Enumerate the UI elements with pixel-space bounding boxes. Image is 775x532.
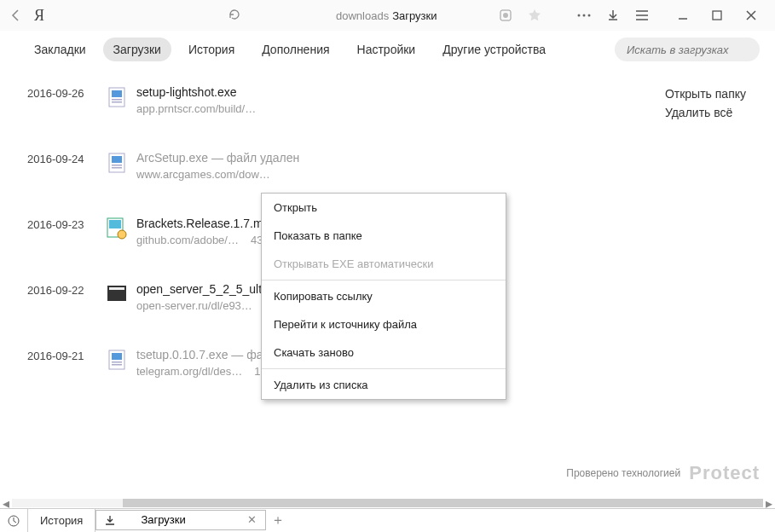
download-filename: ArcSetup.exe — файл удален	[136, 151, 299, 165]
download-row[interactable]: 2016-09-26 setup-lightshot.exe app.prnts…	[27, 85, 749, 115]
context-menu-separator	[262, 368, 506, 369]
context-menu-separator	[262, 280, 506, 280]
search-input[interactable]	[627, 43, 748, 56]
context-menu-item[interactable]: Показать в папке	[262, 222, 506, 250]
new-tab-button[interactable]: ＋	[266, 512, 290, 529]
download-source: www.arcgames.com/dow…	[136, 168, 299, 181]
scroll-left-icon[interactable]: ◂	[0, 498, 12, 508]
scroll-track[interactable]	[12, 499, 763, 507]
nav-bookmarks[interactable]: Закладки	[24, 38, 96, 61]
context-menu-item: Открывать EXE автоматически	[262, 250, 506, 278]
svg-rect-15	[109, 220, 121, 228]
download-date: 2016-09-26	[27, 85, 106, 100]
svg-rect-7	[112, 90, 122, 97]
history-clock-icon[interactable]	[0, 515, 27, 527]
context-menu-item[interactable]: Скачать заново	[262, 338, 506, 367]
svg-rect-9	[112, 101, 122, 103]
download-date: 2016-09-23	[27, 217, 106, 231]
horizontal-scrollbar[interactable]: ◂ ▸	[0, 498, 775, 508]
window-close-button[interactable]	[734, 3, 768, 27]
svg-rect-8	[112, 99, 122, 101]
page-title: Загрузки	[392, 9, 437, 22]
context-menu-item[interactable]: Открыть	[262, 194, 506, 222]
delete-all-link[interactable]: Удалить всё	[665, 106, 746, 119]
side-actions: Открыть папку Удалить всё	[665, 87, 746, 119]
download-date: 2016-09-22	[27, 282, 106, 297]
svg-rect-5	[713, 11, 721, 20]
checked-by-label: Проверено технологией	[566, 467, 680, 479]
bottom-bar: История Загрузки ✕ ＋	[0, 508, 775, 532]
nav-other-devices[interactable]: Другие устройства	[432, 38, 556, 61]
svg-rect-18	[109, 287, 124, 290]
download-source: app.prntscr.com/build/…	[136, 102, 256, 115]
protect-badge-icon[interactable]	[494, 3, 518, 27]
url-path: downloads	[336, 9, 389, 22]
scroll-right-icon[interactable]: ▸	[763, 498, 775, 508]
bottombar-downloads-tab[interactable]: Загрузки ✕	[95, 510, 266, 530]
file-icon	[106, 85, 128, 109]
context-menu-item[interactable]: Перейти к источнику файла	[262, 310, 506, 338]
context-menu-item[interactable]: Копировать ссылку	[262, 282, 506, 310]
download-date: 2016-09-24	[27, 151, 106, 165]
title-bar: Я downloads Загрузки	[0, 0, 775, 31]
nav-bar: Закладки Загрузки История Дополнения Нас…	[0, 31, 775, 68]
file-icon	[106, 348, 128, 372]
svg-rect-12	[112, 165, 122, 166]
svg-rect-20	[112, 353, 122, 360]
download-arrow-icon	[105, 515, 115, 525]
svg-rect-22	[112, 364, 122, 366]
window-maximize-button[interactable]	[700, 3, 734, 27]
search-field[interactable]	[615, 38, 760, 61]
nav-history[interactable]: История	[178, 38, 245, 61]
download-date: 2016-09-21	[27, 348, 106, 362]
svg-rect-13	[112, 167, 122, 169]
svg-point-2	[578, 14, 581, 17]
address-bar[interactable]: downloads Загрузки	[228, 9, 494, 22]
context-menu: ОткрытьПоказать в папкеОткрывать EXE авт…	[261, 193, 506, 400]
file-icon	[106, 282, 128, 306]
nav-addons[interactable]: Дополнения	[252, 38, 339, 61]
svg-point-4	[588, 14, 591, 17]
nav-settings[interactable]: Настройки	[347, 38, 426, 61]
download-row[interactable]: 2016-09-24 ArcSetup.exe — файл удален ww…	[27, 151, 749, 181]
download-filename: setup-lightshot.exe	[136, 85, 256, 99]
content-area: Открыть папку Удалить всё 2016-09-26 set…	[0, 68, 775, 508]
hamburger-menu-icon[interactable]	[630, 3, 654, 27]
svg-rect-11	[112, 156, 122, 163]
svg-rect-21	[112, 361, 122, 363]
file-icon	[106, 151, 128, 175]
svg-point-3	[583, 14, 586, 17]
window-minimize-button[interactable]	[666, 3, 700, 27]
svg-point-16	[118, 230, 126, 239]
downloads-icon[interactable]	[601, 3, 625, 27]
reload-icon[interactable]	[228, 9, 242, 22]
nav-downloads[interactable]: Загрузки	[103, 38, 171, 61]
protect-logo: Protect	[689, 462, 760, 484]
bottombar-history[interactable]: История	[28, 509, 95, 532]
close-tab-icon[interactable]: ✕	[247, 513, 257, 526]
scroll-thumb[interactable]	[123, 499, 763, 507]
footer-status: Проверено технологией Protect	[566, 462, 760, 484]
browser-logo[interactable]: Я	[34, 7, 49, 25]
context-menu-item[interactable]: Удалить из списка	[262, 371, 506, 399]
more-menu-icon[interactable]	[572, 3, 596, 27]
open-folder-link[interactable]: Открыть папку	[665, 87, 746, 101]
favorite-star-icon[interactable]	[523, 3, 547, 27]
svg-point-1	[503, 13, 508, 18]
back-button[interactable]	[7, 6, 26, 25]
file-icon	[106, 217, 128, 240]
